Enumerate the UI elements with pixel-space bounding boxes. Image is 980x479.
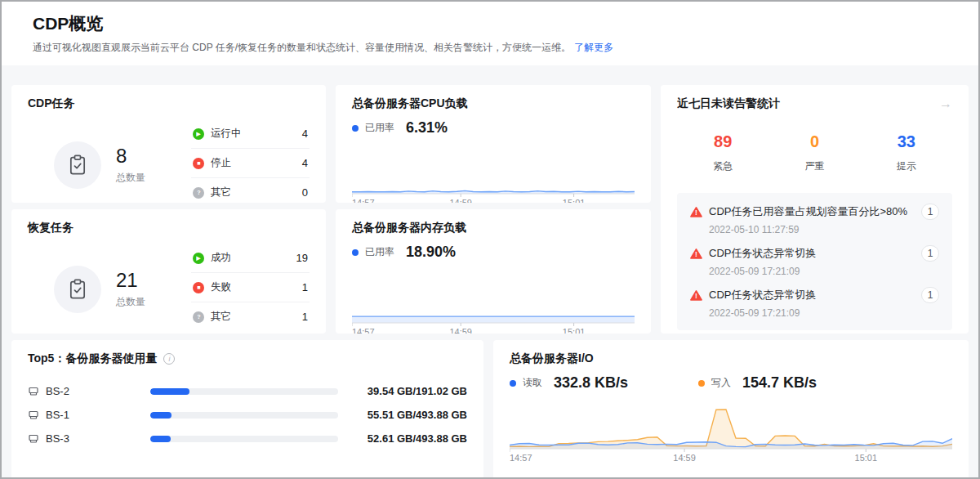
io-title: 总备份服务器I/O (510, 351, 952, 366)
alert-item[interactable]: ! CDP任务已用容量占规划容量百分比>80% 1 2022-05-10 11:… (690, 204, 939, 235)
status-label: 运行中 (211, 127, 296, 141)
write-label: 写入 (711, 376, 731, 390)
status-row-success: ▶ 成功 19 (191, 244, 310, 273)
severe-label: 严重 (768, 159, 860, 173)
status-label: 成功 (211, 251, 290, 265)
restore-tasks-total-text: 21 总数量 (116, 269, 145, 309)
status-row-other: ? 其它 0 (191, 178, 310, 203)
cdp-tasks-body: 8 总数量 ▶ 运行中 4 ■ 停止 4 (28, 123, 310, 203)
running-status-icon: ▶ (193, 128, 204, 140)
status-value: 19 (296, 252, 308, 264)
write-legend-dot (698, 380, 705, 387)
restore-tasks-body: 21 总数量 ▶ 成功 19 ■ 失败 1 (28, 247, 310, 331)
alert-timestamp: 2022-05-10 11:27:59 (709, 224, 939, 235)
cpu-usage-value: 6.31% (406, 119, 448, 137)
server-usage-row: BS-1 55.51 GB/493.88 GB (28, 403, 467, 427)
status-value: 4 (302, 128, 308, 140)
alarm-stat-severe: 0 严重 (768, 132, 860, 173)
alert-item[interactable]: ! CDP任务状态异常切换 1 2022-05-09 17:21:09 (690, 287, 939, 319)
restore-tasks-card: 恢复任务 21 总数量 (11, 209, 326, 334)
server-icon (28, 386, 39, 397)
cpu-load-card: 总备份服务器CPU负载 已用率 6.31% 14:5714:5915:01 (336, 85, 651, 203)
alert-count-badge: 1 (921, 204, 939, 220)
svg-text:14:59: 14:59 (449, 327, 472, 334)
svg-text:!: ! (695, 292, 697, 300)
usage-value: 52.61 GB/493.88 GB (351, 432, 467, 445)
alert-count-badge: 1 (921, 287, 939, 303)
status-value: 1 (302, 281, 308, 293)
arrow-right-icon[interactable]: → (939, 97, 952, 110)
question-status-icon: ? (193, 187, 204, 199)
alert-count-badge: 1 (921, 245, 939, 262)
usage-value: 39.54 GB/191.02 GB (351, 385, 467, 397)
cpu-legend-dot (352, 125, 359, 132)
memory-legend-row: 已用率 18.90% (352, 244, 635, 261)
status-label: 停止 (211, 156, 296, 170)
server-name: BS-3 (46, 432, 69, 445)
bottom-grid: Top5：备份服务器使用量 i BS-2 39.54 GB/191.02 GB (11, 340, 969, 479)
cdp-overview-page: CDP概览 通过可视化视图直观展示当前云平台 CDP 任务/恢复任务的数量和状态… (2, 2, 978, 479)
clipboard-check-icon (54, 141, 101, 189)
top5-title: Top5：备份服务器使用量 (28, 351, 157, 366)
clipboard-check-icon (54, 266, 101, 313)
alarm-stat-notice: 33 提示 (861, 132, 952, 173)
alarm-stats-card: 近七日未读告警统计 → 89 紧急 0 严重 33 提示 (661, 85, 969, 334)
server-name: BS-2 (46, 385, 69, 397)
warning-triangle-icon: ! (690, 206, 702, 218)
status-row-running: ▶ 运行中 4 (191, 119, 310, 149)
read-legend: 读取 332.8 KB/s (510, 374, 628, 392)
status-label: 其它 (211, 186, 296, 199)
status-label: 其它 (211, 310, 296, 324)
usage-bar-fill (150, 436, 171, 442)
server-usage-row: BS-2 39.54 GB/191.02 GB (28, 379, 467, 403)
alert-text: CDP任务状态异常切换 (709, 288, 915, 302)
memory-legend-label: 已用率 (365, 245, 394, 259)
usage-bar-fill (150, 412, 172, 419)
io-legends: 读取 332.8 KB/s 写入 154.7 KB/s (510, 374, 952, 392)
svg-text:15:01: 15:01 (563, 327, 586, 334)
usage-bar (150, 388, 338, 395)
status-value: 0 (302, 186, 308, 199)
alarm-card-title: 近七日未读告警统计 (677, 96, 780, 111)
cpu-legend-label: 已用率 (365, 121, 394, 135)
info-icon[interactable]: i (163, 353, 175, 365)
svg-text:15:01: 15:01 (563, 198, 586, 203)
alert-text: CDP任务已用容量占规划容量百分比>80% (709, 204, 915, 219)
alert-text: CDP任务状态异常切换 (709, 246, 915, 261)
memory-usage-value: 18.90% (406, 244, 456, 261)
top5-usage-card: Top5：备份服务器使用量 i BS-2 39.54 GB/191.02 GB (11, 340, 483, 479)
server-name: BS-1 (46, 409, 69, 421)
alarm-stats-row: 89 紧急 0 严重 33 提示 (677, 132, 952, 173)
status-row-failed: ■ 失败 1 (191, 273, 310, 302)
question-status-icon: ? (193, 311, 204, 323)
cdp-tasks-total-text: 8 总数量 (116, 145, 145, 185)
server-icon (28, 410, 39, 421)
alert-item[interactable]: ! CDP任务状态异常切换 1 2022-05-09 17:21:09 (690, 245, 939, 277)
warning-triangle-icon: ! (690, 248, 702, 260)
cdp-status-list: ▶ 运行中 4 ■ 停止 4 ? 其它 0 (191, 119, 310, 203)
memory-load-card: 总备份服务器内存负载 已用率 18.90% 14:5714:5915:01 (336, 209, 651, 334)
alarm-card-head: 近七日未读告警统计 → (677, 96, 952, 111)
critical-label: 紧急 (677, 159, 768, 173)
status-row-other: ? 其它 1 (191, 302, 310, 331)
usage-bar (150, 412, 338, 419)
cdp-tasks-total: 8 总数量 (28, 141, 191, 189)
cdp-tasks-card: CDP任务 8 总数量 (11, 85, 326, 203)
restore-tasks-total-count: 21 (116, 269, 145, 292)
success-status-icon: ▶ (193, 253, 204, 264)
alert-timestamp: 2022-05-09 17:21:09 (709, 266, 939, 277)
dashboard-content: CDP任务 8 总数量 (2, 65, 978, 479)
svg-text:15:01: 15:01 (855, 453, 878, 463)
svg-text:!: ! (695, 250, 697, 258)
write-legend: 写入 154.7 KB/s (698, 374, 817, 392)
top-grid: CDP任务 8 总数量 (11, 85, 969, 334)
learn-more-link[interactable]: 了解更多 (574, 42, 613, 53)
restore-tasks-total: 21 总数量 (28, 266, 191, 313)
critical-count: 89 (677, 132, 768, 151)
status-value: 4 (302, 157, 308, 169)
server-icon (28, 433, 39, 445)
server-usage-row: BS-3 52.61 GB/493.88 GB (28, 427, 467, 450)
svg-text:14:57: 14:57 (352, 198, 375, 203)
read-legend-dot (510, 380, 516, 387)
svg-text:14:59: 14:59 (673, 453, 696, 463)
